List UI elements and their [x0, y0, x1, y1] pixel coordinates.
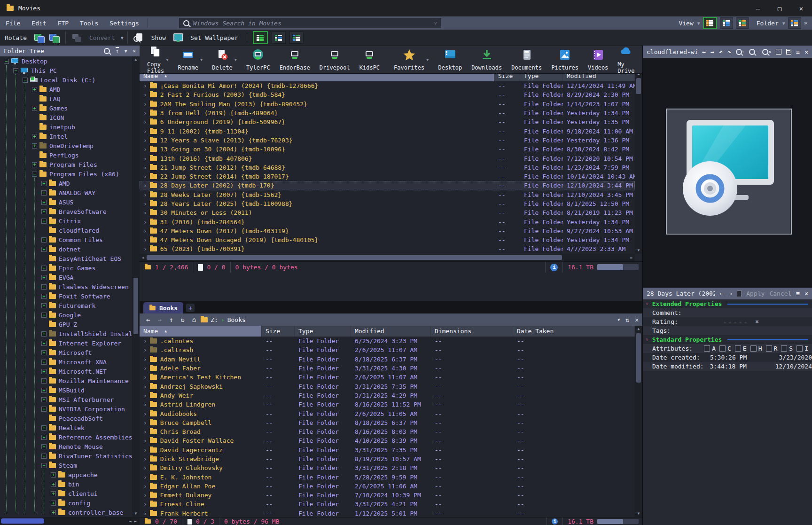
tree-item[interactable]: +Realtek	[0, 423, 132, 432]
tree-expander-icon[interactable]: −	[41, 463, 47, 468]
row-expander-icon[interactable]: ›	[143, 110, 147, 117]
row-expander-icon[interactable]: ›	[143, 346, 147, 353]
tree-expander-icon[interactable]: +	[32, 162, 37, 167]
action-button-tylerpc[interactable]: TylerPC	[242, 47, 275, 73]
rating-stars[interactable]: ★★★★★	[723, 318, 749, 326]
table-row[interactable]: ›Dmitry Glukhovsky--File Folder3/31/2025…	[140, 463, 635, 472]
tree-item[interactable]: +MSI Afterburner	[0, 395, 132, 404]
tree-item[interactable]: +Intel	[0, 132, 132, 141]
table-row[interactable]: ›Frank Herbert--File Folder1/12/2025 5:0…	[140, 509, 635, 517]
row-expander-icon[interactable]: ›	[143, 236, 147, 243]
menu-item-file[interactable]: File	[0, 20, 26, 27]
tree-expander-icon[interactable]: +	[41, 378, 47, 384]
tree-expander-icon[interactable]: +	[41, 435, 47, 440]
home-icon[interactable]: ⌂	[189, 316, 199, 323]
action-button-copy-files[interactable]: Copy Files	[142, 44, 169, 76]
table-row[interactable]: ›3 from Hell (2019) {tmdb-489064}--File …	[140, 109, 635, 118]
action-button-rename[interactable]: Rename	[173, 47, 203, 73]
rating-clear-icon[interactable]: ✖	[755, 318, 759, 325]
tree-expander-icon[interactable]: +	[32, 106, 37, 111]
breadcrumb-item[interactable]: Z:	[210, 316, 219, 323]
tree-item[interactable]: +Epic Games	[0, 263, 132, 273]
movies-scroll-thumb[interactable]	[636, 78, 641, 94]
tree-expander-icon[interactable]: +	[32, 143, 37, 149]
menu-item-edit[interactable]: Edit	[26, 20, 52, 27]
convert-button[interactable]: Convert	[85, 34, 120, 41]
tree-hscroll-thumb[interactable]	[1, 518, 44, 524]
zoom-reset-icon[interactable]: ×	[762, 49, 771, 55]
extended-properties-section[interactable]: ˅ Extended Properties	[643, 299, 812, 308]
tree-item[interactable]: +Program Files	[0, 160, 132, 169]
table-row[interactable]: ›31 (2016) {tmdb-284564}--File FolderYes…	[140, 217, 635, 226]
up-icon[interactable]: ↑	[166, 316, 176, 323]
tree-expander-icon[interactable]: +	[41, 294, 47, 299]
table-row[interactable]: ›47 Meters Down Uncaged (2019) {tmdb-480…	[140, 235, 635, 244]
attribute-checkbox-e[interactable]	[735, 345, 741, 352]
table-row[interactable]: ›¡Casa Bonita Mi Amor! (2024) {tmdb-1278…	[140, 81, 635, 90]
menu-item-tools[interactable]: Tools	[74, 20, 104, 27]
tree-item[interactable]: +appcache	[0, 470, 132, 479]
attribute-checkbox-s[interactable]	[781, 345, 787, 352]
row-expander-icon[interactable]: ›	[143, 474, 147, 481]
tree-item[interactable]: −Desktop	[0, 56, 132, 66]
table-row[interactable]: ›David Foster Wallace--File Folder4/10/2…	[140, 436, 635, 445]
table-row[interactable]: ›.caltrash--File Folder2/6/2025 11:07 AM…	[140, 345, 635, 354]
row-expander-icon[interactable]: ›	[143, 155, 147, 162]
row-expander-icon[interactable]: ›	[143, 464, 147, 471]
table-row[interactable]: ›13th (2016) {tmdb-407806}--File Folder7…	[140, 154, 635, 163]
tree-expander-icon[interactable]: +	[41, 303, 47, 308]
scroll-left-icon[interactable]: ◄	[129, 519, 131, 524]
metadata-prev-icon[interactable]: ←	[720, 290, 724, 297]
action-button-favorites[interactable]: Favorites	[389, 47, 429, 73]
standard-properties-section[interactable]: ˅ Standard Properties	[643, 335, 812, 344]
cancel-button[interactable]: Cancel	[769, 290, 791, 297]
row-expander-icon[interactable]: ›	[143, 118, 147, 125]
tree-item[interactable]: −This PC	[0, 66, 132, 75]
row-expander-icon[interactable]: ›	[143, 428, 147, 435]
row-expander-icon[interactable]: ›	[143, 173, 147, 180]
tree-expander-icon[interactable]: +	[41, 407, 47, 412]
viewer-close-icon[interactable]: ✕	[804, 48, 808, 55]
view-mode-list-button[interactable]	[720, 17, 733, 29]
table-row[interactable]: ›6 Underground (2019) {tmdb-509967}--Fil…	[140, 118, 635, 126]
scroll-up-icon[interactable]: ▲	[135, 56, 137, 63]
table-row[interactable]: ›13 Going on 30 (2004) {tmdb-10096}--Fil…	[140, 145, 635, 154]
row-expander-icon[interactable]: ›	[143, 437, 147, 444]
row-expander-icon[interactable]: ›	[143, 374, 147, 381]
tree-expander-icon[interactable]: +	[41, 341, 47, 346]
tree-menu-chevron-icon[interactable]: ▼	[125, 49, 127, 54]
tree-expander-icon[interactable]: +	[51, 491, 56, 496]
table-row[interactable]: ›30 Minutes or Less (2011)--File Folder8…	[140, 208, 635, 217]
preview-image[interactable]	[666, 109, 792, 235]
row-expander-icon[interactable]: ›	[143, 365, 147, 372]
tree-expander-icon[interactable]: +	[41, 397, 47, 402]
tree-expander-icon[interactable]: +	[41, 444, 47, 449]
action-button-videos[interactable]: Videos	[583, 47, 613, 73]
fit-width-icon[interactable]	[787, 50, 790, 53]
scroll-up-icon[interactable]: ▲	[638, 326, 640, 332]
tree-item[interactable]: +Citrix	[0, 216, 132, 226]
tree-item[interactable]: −FAQ	[0, 94, 132, 103]
menu-item-ftp[interactable]: FTP	[52, 20, 74, 27]
tree-item[interactable]: −EasyAntiCheat_EOS	[0, 254, 132, 263]
table-row[interactable]: ›America's Test Kitchen--File Folder2/6/…	[140, 373, 635, 382]
table-row[interactable]: ›47 Meters Down (2017) {tmdb-403119}--Fi…	[140, 227, 635, 235]
table-row[interactable]: ›21 Jump Street (2012) {tmdb-64688}--Fil…	[140, 163, 635, 172]
row-expander-icon[interactable]: ›	[143, 383, 147, 390]
swap-panes-icon[interactable]: ⇅	[625, 316, 629, 323]
attribute-checkbox-i[interactable]	[796, 345, 803, 352]
zoom-out-icon[interactable]: −	[749, 49, 757, 55]
row-expander-icon[interactable]: ›	[143, 209, 147, 216]
refresh-icon[interactable]: ↻	[178, 316, 187, 323]
folder-menu[interactable]: Folder	[757, 20, 779, 27]
tree-expander-icon[interactable]: +	[41, 369, 47, 374]
row-expander-icon[interactable]: ›	[143, 455, 147, 462]
menu-item-settings[interactable]: Settings	[104, 20, 145, 27]
tree-close-icon[interactable]: ✕	[133, 48, 136, 54]
tree-expander-icon[interactable]: +	[51, 482, 56, 487]
tree-item[interactable]: +controller_base	[0, 508, 132, 517]
table-row[interactable]: ›.calnotes--File Folder6/25/2024 3:23 PM…	[140, 337, 635, 345]
tree-vertical-scrollbar[interactable]: ▲ ▼	[132, 56, 140, 517]
row-expander-icon[interactable]: ›	[143, 164, 147, 171]
tree-expander-icon[interactable]: +	[41, 237, 47, 243]
